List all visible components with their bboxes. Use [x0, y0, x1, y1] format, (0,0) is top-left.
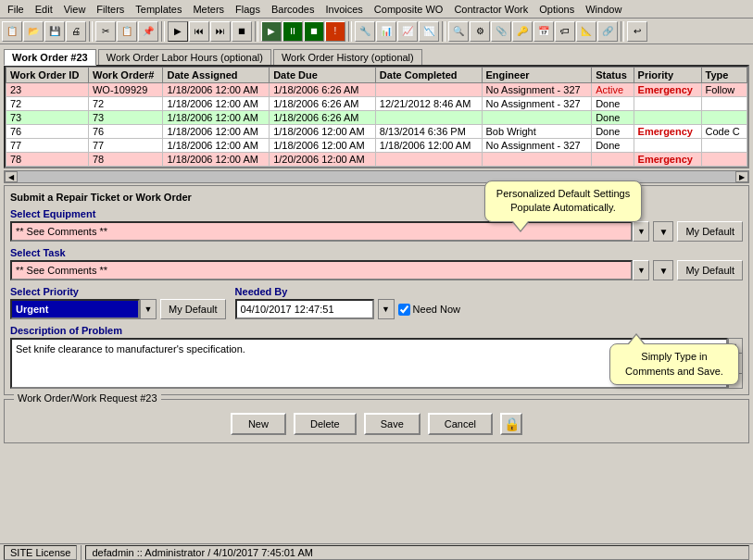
menu-filters[interactable]: Filters — [91, 2, 130, 17]
priority-group: Select Priority ▼ My Default — [10, 286, 226, 319]
col-header-priority: Priority — [634, 68, 701, 83]
menu-contractor-work[interactable]: Contractor Work — [448, 2, 533, 17]
need-now-label: Need Now — [398, 304, 460, 316]
toolbar-separator-3 — [255, 21, 258, 42]
toolbar-btn-19[interactable]: 📉 — [419, 21, 439, 42]
menu-options[interactable]: Options — [533, 2, 580, 17]
toolbar-btn-11[interactable]: ⏹ — [232, 21, 252, 42]
col-header-type: Type — [701, 68, 747, 83]
tab-labor-hours[interactable]: Work Order Labor Hours (optional) — [98, 49, 271, 66]
equipment-row: ▼ ▼ My Default — [10, 221, 743, 242]
priority-needed-row: Select Priority ▼ My Default Needed By ▼… — [10, 286, 743, 319]
table-row[interactable]: 76 76 1/18/2006 12:00 AM 1/18/2006 12:00… — [6, 125, 747, 139]
task-my-default-btn[interactable]: My Default — [677, 260, 743, 280]
table-row[interactable]: 78 78 1/18/2006 12:00 AM 1/20/2006 12:00… — [6, 153, 747, 167]
need-now-checkbox[interactable] — [398, 304, 410, 316]
toolbar-btn-14[interactable]: ⏹ — [304, 21, 324, 42]
delete-button[interactable]: Delete — [294, 413, 357, 435]
lock-icon[interactable]: 🔒 — [500, 413, 522, 435]
toolbar-btn-27[interactable]: 🔗 — [597, 21, 618, 42]
equipment-dropdown-arrow[interactable]: ▼ — [633, 221, 649, 242]
toolbar-btn-17[interactable]: 📊 — [376, 21, 396, 42]
toolbar-btn-26[interactable]: 📐 — [576, 21, 596, 42]
toolbar-btn-6[interactable]: 📋 — [117, 21, 137, 42]
cancel-button[interactable]: Cancel — [428, 413, 493, 435]
tab-work-order[interactable]: Work Order #23 — [4, 49, 96, 66]
menu-invoices[interactable]: Invoices — [320, 2, 368, 17]
task-filter-btn[interactable]: ▼ — [653, 260, 673, 280]
button-group-label: Work Order/Work Request #23 — [14, 392, 161, 404]
toolbar-btn-23[interactable]: 🔑 — [512, 21, 533, 42]
menu-file[interactable]: File — [2, 2, 30, 17]
toolbar-btn-12[interactable]: ▶ — [261, 21, 282, 42]
needed-by-group: Needed By ▼ Need Now — [235, 286, 460, 319]
tabs-bar: Work Order #23 Work Order Labor Hours (o… — [0, 44, 753, 65]
toolbar-btn-15[interactable]: ! — [325, 21, 345, 42]
menu-barcodes[interactable]: Barcodes — [266, 2, 320, 17]
toolbar-btn-13[interactable]: ⏸ — [282, 21, 303, 42]
toolbar-btn-28[interactable]: ↩ — [627, 21, 647, 42]
status-user: defadmin :: Administrator / 4/10/2017 7:… — [85, 545, 749, 560]
menu-flags[interactable]: Flags — [230, 2, 266, 17]
toolbar-btn-4[interactable]: 🖨 — [66, 21, 86, 42]
form-label-priority: Select Priority — [10, 286, 226, 297]
save-button[interactable]: Save — [364, 413, 420, 435]
comments-tooltip: Simply Type in Comments and Save. — [609, 343, 739, 385]
toolbar-btn-24[interactable]: 📅 — [533, 21, 554, 42]
toolbar-btn-5[interactable]: ✂ — [95, 21, 116, 42]
toolbar-btn-18[interactable]: 📈 — [397, 21, 418, 42]
menu-meters[interactable]: Meters — [187, 2, 230, 17]
toolbar-btn-9[interactable]: ⏮ — [189, 21, 209, 42]
toolbar-separator-2 — [161, 21, 165, 42]
tab-history[interactable]: Work Order History (optional) — [273, 49, 422, 66]
needed-by-dropdown-arrow[interactable]: ▼ — [378, 299, 395, 319]
toolbar-separator-6 — [621, 21, 624, 42]
toolbar-btn-3[interactable]: 💾 — [44, 21, 65, 42]
equipment-filter-btn[interactable]: ▼ — [653, 221, 673, 242]
toolbar: 📋 📂 💾 🖨 ✂ 📋 📌 ▶ ⏮ ⏭ ⏹ ▶ ⏸ ⏹ ! 🔧 📊 📈 📉 🔍 … — [0, 19, 753, 44]
form-label-needed-by: Needed By — [235, 286, 460, 297]
toolbar-btn-20[interactable]: 🔍 — [448, 21, 469, 42]
priority-my-default-btn[interactable]: My Default — [160, 299, 226, 319]
col-header-wo: Work Order# — [88, 68, 163, 83]
toolbar-separator-1 — [89, 21, 93, 42]
col-header-engineer: Engineer — [482, 68, 592, 83]
menu-templates[interactable]: Templates — [130, 2, 187, 17]
task-dropdown-arrow[interactable]: ▼ — [633, 260, 649, 280]
equipment-select[interactable] — [10, 221, 633, 242]
col-header-assigned: Date Assigned — [163, 68, 270, 83]
scroll-left-btn[interactable]: ◀ — [5, 171, 18, 182]
toolbar-btn-1[interactable]: 📋 — [2, 21, 22, 42]
work-order-table: Work Order ID Work Order# Date Assigned … — [6, 67, 747, 167]
toolbar-btn-21[interactable]: ⚙ — [470, 21, 490, 42]
status-separator — [81, 545, 82, 560]
toolbar-btn-2[interactable]: 📂 — [23, 21, 44, 42]
menu-edit[interactable]: Edit — [30, 2, 58, 17]
new-button[interactable]: New — [231, 413, 286, 435]
form-label-task: Select Task — [10, 247, 743, 258]
table-row[interactable]: 77 77 1/18/2006 12:00 AM 1/18/2006 12:00… — [6, 139, 747, 153]
toolbar-btn-8[interactable]: ▶ — [168, 21, 188, 42]
col-header-status: Status — [592, 68, 634, 83]
toolbar-btn-22[interactable]: 📎 — [491, 21, 511, 42]
equipment-my-default-btn[interactable]: My Default — [677, 221, 743, 242]
toolbar-btn-16[interactable]: 🔧 — [355, 21, 375, 42]
menu-window[interactable]: Window — [580, 2, 627, 17]
task-select[interactable] — [10, 260, 633, 280]
col-header-due: Date Due — [270, 68, 376, 83]
col-header-completed: Date Completed — [375, 68, 482, 83]
needed-by-input[interactable] — [235, 299, 374, 319]
priority-input[interactable] — [10, 299, 140, 319]
menu-composite-wo[interactable]: Composite WO — [369, 2, 449, 17]
toolbar-btn-7[interactable]: 📌 — [138, 21, 158, 42]
menu-view[interactable]: View — [58, 2, 92, 17]
table-row[interactable]: 72 72 1/18/2006 12:00 AM 1/18/2006 6:26 … — [6, 97, 747, 111]
equipment-select-wrapper: ▼ — [10, 221, 649, 242]
priority-dropdown-arrow[interactable]: ▼ — [140, 299, 157, 319]
table-row[interactable]: 23 WO-109929 1/18/2006 12:00 AM 1/18/200… — [6, 83, 747, 97]
bottom-buttons-section: Work Order/Work Request #23 New Delete S… — [4, 399, 749, 443]
toolbar-btn-25[interactable]: 🏷 — [555, 21, 575, 42]
scroll-right-btn[interactable]: ▶ — [735, 171, 748, 182]
toolbar-btn-10[interactable]: ⏭ — [210, 21, 231, 42]
table-row[interactable]: 73 73 1/18/2006 12:00 AM 1/18/2006 6:26 … — [6, 111, 747, 125]
